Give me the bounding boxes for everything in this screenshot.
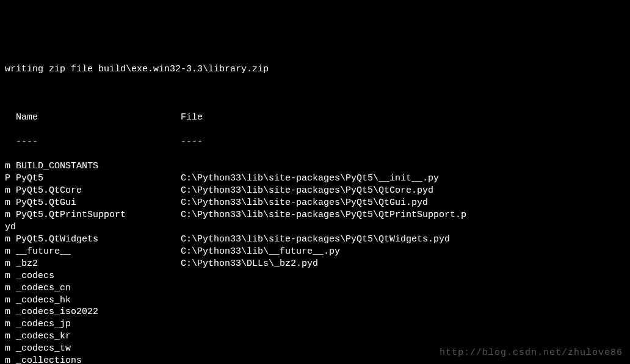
table-row: m_codecs_iso2022 (5, 306, 625, 318)
header-line: writing zip file build\exe.win32-3.3\lib… (5, 63, 625, 76)
terminal-output: writing zip file build\exe.win32-3.3\lib… (5, 51, 625, 364)
table-row: mBUILD_CONSTANTS (5, 160, 625, 173)
table-row: PPyQt5C:\Python33\lib\site-packages\PyQt… (5, 173, 625, 185)
table-row: m_codecs_kr (5, 330, 625, 343)
row-name: _codecs_cn (16, 282, 181, 294)
table-row: m_bz2C:\Python33\DLLs\_bz2.pyd (5, 258, 625, 270)
row-name: PyQt5.QtWidgets (16, 234, 181, 246)
row-file: C:\Python33\lib\site-packages\PyQt5\QtPr… (181, 209, 466, 221)
row-file: C:\Python33\lib\site-packages\PyQt5\__in… (181, 173, 439, 185)
row-name: _codecs_tw (16, 343, 181, 355)
row-flag: m (5, 343, 16, 355)
row-flag: m (5, 306, 16, 318)
column-name-header: Name (16, 112, 38, 123)
row-flag: m (5, 318, 16, 330)
row-name: _codecs_hk (16, 294, 181, 307)
column-file-dash: ---- (181, 136, 203, 148)
blank-line (5, 88, 625, 100)
row-flag: m (5, 282, 16, 294)
watermark: http://blog.csdn.net/zhulove86 (440, 347, 623, 359)
table-row: mPyQt5.QtCoreC:\Python33\lib\site-packag… (5, 185, 625, 197)
row-name: _codecs (16, 270, 181, 282)
table-row: yd (5, 221, 625, 234)
row-name: __future__ (16, 246, 181, 258)
table-row: mPyQt5.QtPrintSupportC:\Python33\lib\sit… (5, 209, 625, 221)
row-name: _bz2 (16, 258, 181, 270)
table-row: m_codecs_hk (5, 294, 625, 307)
row-flag: m (5, 246, 16, 258)
table-row: m_codecs_jp (5, 318, 625, 330)
row-name: _codecs_jp (16, 318, 181, 330)
row-flag: m (5, 270, 16, 282)
row-flag: m (5, 294, 16, 307)
row-flag: P (5, 173, 16, 185)
row-name: PyQt5.QtGui (16, 197, 181, 209)
row-file: C:\Python33\lib\site-packages\PyQt5\QtWi… (181, 234, 450, 246)
row-file: C:\Python33\lib\site-packages\PyQt5\QtCo… (181, 185, 433, 197)
row-file: C:\Python33\DLLs\_bz2.pyd (181, 258, 318, 270)
row-file: C:\Python33\lib\site-packages\PyQt5\QtGu… (181, 197, 428, 209)
row-name: _collections (16, 355, 181, 364)
column-header-row: NameFile (5, 112, 625, 124)
row-flag: m (5, 258, 16, 270)
column-file-header: File (181, 112, 203, 124)
row-name: _codecs_kr (16, 330, 181, 343)
row-flag: m (5, 234, 16, 246)
row-flag: m (5, 160, 16, 173)
row-flag: m (5, 355, 16, 364)
table-row: mPyQt5.QtGuiC:\Python33\lib\site-package… (5, 197, 625, 209)
rows-container: mBUILD_CONSTANTSPPyQt5C:\Python33\lib\si… (5, 160, 625, 364)
row-file: C:\Python33\lib\__future__.py (181, 246, 340, 258)
wrapped-continuation: yd (5, 222, 16, 232)
row-flag: m (5, 209, 16, 221)
table-row: m_codecs_cn (5, 282, 625, 294)
row-name: PyQt5.QtPrintSupport (16, 209, 181, 221)
row-flag: m (5, 185, 16, 197)
table-row: m_codecs (5, 270, 625, 282)
row-name: _codecs_iso2022 (16, 306, 181, 318)
row-name: PyQt5 (16, 173, 181, 185)
row-flag: m (5, 197, 16, 209)
table-row: m__future__C:\Python33\lib\__future__.py (5, 246, 625, 258)
table-row: mPyQt5.QtWidgetsC:\Python33\lib\site-pac… (5, 234, 625, 246)
column-name-dash: ---- (16, 137, 38, 147)
row-flag: m (5, 330, 16, 343)
row-name: BUILD_CONSTANTS (16, 160, 181, 173)
row-name: PyQt5.QtCore (16, 185, 181, 197)
column-dash-row: -------- (5, 136, 625, 148)
